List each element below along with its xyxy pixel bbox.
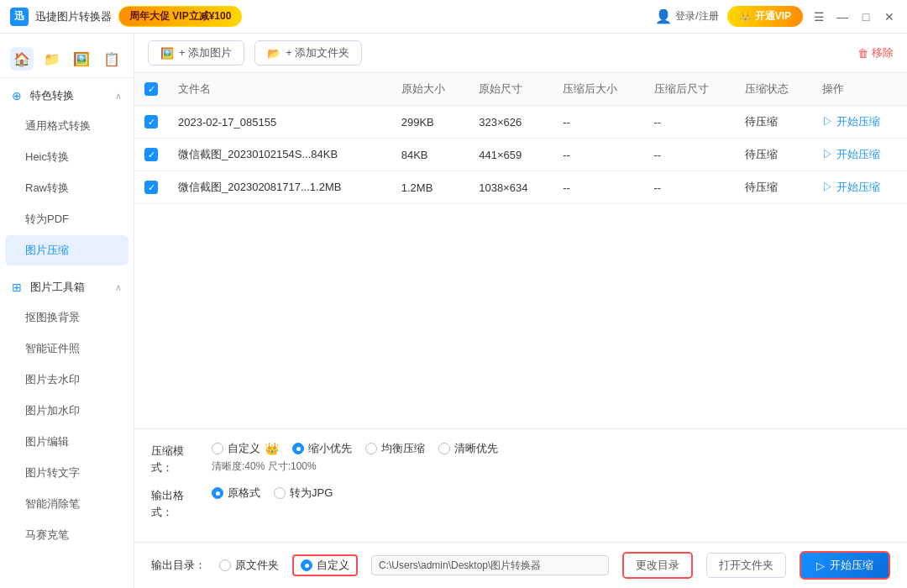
row-origdim-2: 441×659 (469, 139, 553, 171)
row-action-3[interactable]: ▷ 开始压缩 (812, 171, 907, 204)
app-logo: 迅 (10, 8, 29, 26)
dir-option-custom[interactable]: 自定义 (292, 554, 358, 576)
table-body: ✓ 2023-02-17_085155 299KB 323×626 -- -- … (134, 106, 907, 204)
titlebar: 迅 迅捷图片转换器 周年大促 VIP立减¥100 👤 登录/注册 👑 开通VIP… (0, 0, 907, 34)
sidebar-item-edit[interactable]: 图片编辑 (5, 427, 128, 457)
start-icon: ▷ (816, 559, 825, 572)
sidebar-section-special-header[interactable]: ⊕ 特色转换 ∧ (0, 81, 134, 110)
dir-path-input[interactable] (371, 555, 609, 575)
tools-label: 图片工具箱 (30, 280, 85, 295)
sidebar-item-topdf[interactable]: 转为PDF (5, 204, 128, 234)
open-folder-button[interactable]: 打开文件夹 (706, 553, 786, 578)
change-dir-button[interactable]: 更改目录 (622, 552, 693, 579)
format-radio-original[interactable] (212, 487, 223, 499)
row-origsize-2: 84KB (391, 139, 469, 171)
special-convert-label: 特色转换 (30, 88, 74, 103)
compress-option-custom[interactable]: 自定义 👑 (212, 441, 279, 456)
row-status-1: 待压缩 (735, 106, 812, 139)
promo-badge[interactable]: 周年大促 VIP立减¥100 (118, 6, 242, 27)
vip-button[interactable]: 👑 开通VIP (727, 6, 803, 27)
format-label-jpg: 转为JPG (290, 486, 333, 501)
table-header-check: ✓ (134, 73, 168, 106)
sidebar-icon-image[interactable]: 🖼️ (71, 47, 94, 71)
row-action-2[interactable]: ▷ 开始压缩 (812, 139, 907, 171)
table-header-orig-size: 原始大小 (391, 73, 469, 106)
remove-button[interactable]: 🗑 移除 (857, 45, 894, 60)
minimize-button[interactable]: — (835, 9, 850, 24)
sidebar-item-bg-remove[interactable]: 抠图换背景 (5, 302, 128, 333)
add-folder-button[interactable]: 📂 + 添加文件夹 (254, 40, 362, 66)
row-checkbox-1[interactable]: ✓ (144, 115, 158, 129)
compress-mode-label: 压缩模式： (151, 441, 212, 475)
login-button[interactable]: 👤 登录/注册 (655, 8, 718, 24)
add-folder-label: + 添加文件夹 (286, 45, 349, 60)
login-label: 登录/注册 (675, 9, 718, 24)
sidebar-item-heic[interactable]: Heic转换 (5, 142, 128, 172)
format-radio-jpg[interactable] (274, 487, 286, 499)
sidebar-icon-folder[interactable]: 📁 (40, 47, 64, 71)
select-all-checkbox[interactable]: ✓ (144, 82, 158, 96)
sidebar-item-general-convert[interactable]: 通用格式转换 (5, 111, 128, 141)
row-checkbox-3[interactable]: ✓ (144, 181, 158, 194)
sidebar-item-compress[interactable]: 图片压缩 (5, 235, 128, 265)
sidebar-item-watermark-add[interactable]: 图片加水印 (5, 396, 128, 426)
compress-option-balance[interactable]: 均衡压缩 (365, 441, 425, 456)
dir-radio-original[interactable] (219, 559, 231, 571)
trash-icon: 🗑 (857, 47, 868, 60)
row-compdim-2: -- (644, 139, 735, 171)
sidebar-item-ocr[interactable]: 图片转文字 (5, 458, 128, 488)
compress-option-clear[interactable]: 清晰优先 (438, 441, 498, 456)
special-convert-icon: ⊕ (12, 89, 22, 102)
settings-icon[interactable]: ☰ (811, 9, 826, 24)
row-action-1[interactable]: ▷ 开始压缩 (812, 106, 907, 139)
maximize-button[interactable]: □ (858, 9, 873, 24)
sidebar-icon-list[interactable]: 📋 (100, 47, 123, 71)
table-header-status: 压缩状态 (735, 73, 812, 106)
close-button[interactable]: ✕ (882, 9, 897, 24)
row-checkbox-2[interactable]: ✓ (144, 148, 158, 161)
row-compdim-1: -- (644, 106, 735, 139)
compress-option-small[interactable]: 缩小优先 (292, 441, 352, 456)
titlebar-left: 迅 迅捷图片转换器 周年大促 VIP立减¥100 (10, 6, 242, 27)
sidebar-item-smart-erase[interactable]: 智能消除笔 (5, 489, 128, 519)
row-check-3[interactable]: ✓ (134, 171, 168, 204)
sidebar-item-id-photo[interactable]: 智能证件照 (5, 333, 128, 364)
row-check-1[interactable]: ✓ (134, 106, 168, 139)
compress-label-custom: 自定义 (228, 441, 260, 456)
format-option-jpg[interactable]: 转为JPG (274, 486, 333, 501)
start-compress-btn-2[interactable]: ▷ 开始压缩 (822, 147, 880, 162)
start-compress-btn-1[interactable]: ▷ 开始压缩 (822, 114, 880, 129)
start-compress-button[interactable]: ▷ 开始压缩 (800, 551, 890, 580)
compress-radio-clear[interactable] (438, 443, 450, 454)
dir-radio-custom[interactable] (301, 559, 312, 571)
titlebar-right: 👤 登录/注册 👑 开通VIP ☰ — □ ✕ (655, 6, 897, 27)
add-image-button[interactable]: 🖼️ + 添加图片 (148, 40, 244, 66)
dir-option-original[interactable]: 原文件夹 (219, 558, 279, 573)
format-option-original[interactable]: 原格式 (212, 486, 260, 501)
compress-mode-row: 压缩模式： 自定义 👑 缩小优先 (151, 441, 890, 475)
row-compdim-3: -- (644, 171, 735, 204)
start-compress-btn-3[interactable]: ▷ 开始压缩 (822, 180, 880, 195)
table-header-filename: 文件名 (168, 73, 391, 106)
row-filename-3: 微信截图_202302081717...1.2MB (168, 171, 391, 204)
sidebar-section-tools-header[interactable]: ⊞ 图片工具箱 ∧ (0, 273, 134, 302)
add-folder-icon: 📂 (267, 47, 280, 60)
row-origdim-1: 323×626 (469, 106, 553, 139)
compress-label-small: 缩小优先 (308, 441, 352, 456)
table-header-comp-size: 压缩后大小 (553, 73, 643, 106)
compress-options-row: 自定义 👑 缩小优先 均衡压缩 清晰优先 (212, 441, 498, 456)
compress-radio-custom[interactable] (212, 443, 223, 454)
sidebar-item-raw[interactable]: Raw转换 (5, 173, 128, 203)
compress-sub-settings: 清晰度:40% 尺寸:100% (212, 459, 498, 474)
compress-radio-small[interactable] (292, 443, 304, 454)
sidebar-icon-home[interactable]: 🏠 (10, 47, 34, 71)
window-controls: ☰ — □ ✕ (811, 9, 897, 24)
row-check-2[interactable]: ✓ (134, 139, 168, 171)
compress-radio-balance[interactable] (365, 443, 377, 454)
vip-label: 开通VIP (755, 9, 791, 24)
sidebar-item-watermark-remove[interactable]: 图片去水印 (5, 365, 128, 395)
sidebar-item-mosaic[interactable]: 马赛克笔 (5, 520, 128, 550)
sidebar-icon-bar: 🏠 📁 🖼️ 📋 (0, 40, 134, 78)
row-origdim-3: 1038×634 (469, 171, 553, 204)
file-table: ✓ 文件名 原始大小 原始尺寸 压缩后大小 压缩后尺寸 压缩状态 操作 ✓ 2 (134, 73, 907, 204)
